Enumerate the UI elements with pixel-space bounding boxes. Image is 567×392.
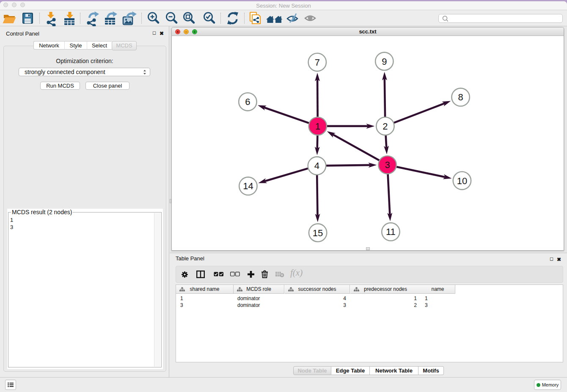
svg-text:11: 11	[386, 226, 396, 237]
svg-text:10: 10	[457, 176, 467, 186]
svg-text:2: 2	[383, 121, 388, 132]
svg-text:8: 8	[458, 92, 463, 102]
svg-text:3: 3	[385, 160, 390, 170]
svg-text:7: 7	[315, 57, 320, 68]
svg-text:14: 14	[243, 181, 253, 191]
svg-text:6: 6	[245, 97, 250, 107]
svg-text:4: 4	[314, 160, 319, 171]
svg-text:15: 15	[313, 228, 323, 238]
svg-text:9: 9	[382, 56, 387, 67]
svg-text:1: 1	[315, 121, 320, 132]
